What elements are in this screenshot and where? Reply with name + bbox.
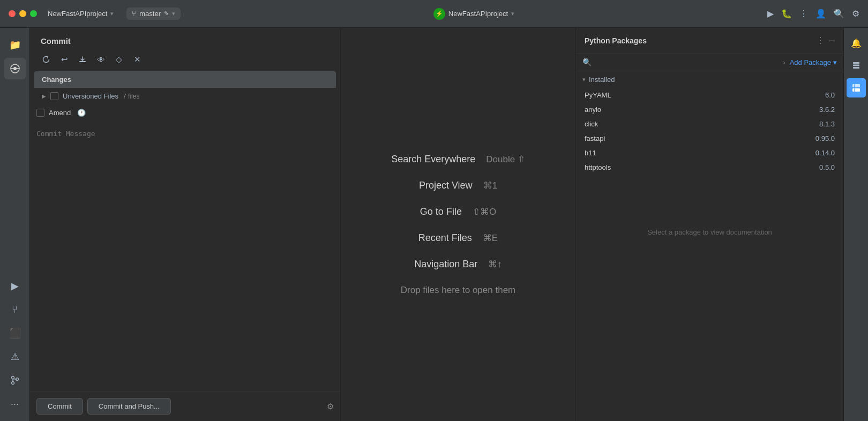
project-dropdown-icon[interactable]: ▾ [110,10,114,17]
sidebar-item-problems[interactable]: ⚠ [4,346,26,367]
project-view-hint: Project View ⌘1 [419,180,497,191]
go-to-file-key: ⇧⌘O [473,206,496,217]
package-version: 0.95.0 [815,134,835,142]
svg-rect-11 [852,88,860,92]
navigation-bar-hint: Navigation Bar ⌘↑ [414,259,502,270]
right-panel-header: Python Packages ⋮ ─ [576,28,843,54]
package-row[interactable]: httptools 0.5.0 [576,160,843,175]
more-actions-icon[interactable]: ⋮ [799,9,808,19]
package-search-row: 🔍 › Add Package ▾ [576,54,843,71]
amend-row: Amend 🕐 [30,104,340,121]
svg-point-4 [11,377,14,379]
shelve-button[interactable] [75,52,90,67]
branch-icon: ⑂ [132,10,136,18]
expand-button[interactable]: ◇ [111,52,126,67]
commit-message-area[interactable] [34,127,336,257]
sidebar-item-folder[interactable]: 📁 [4,34,26,56]
center-dropdown-icon[interactable]: ▾ [511,10,514,17]
debug-icon[interactable]: 🐛 [781,9,792,19]
project-title[interactable]: NewFastAPIproject ▾ [48,10,114,18]
installed-section-header: ▾ Installed [576,71,843,88]
commit-panel: Commit ↩ 👁 ◇ ✕ Changes ▶ [30,28,341,421]
package-name: anyio [585,106,819,114]
panel-more-icon[interactable]: ⋮ [816,35,825,46]
footer-settings-icon[interactable]: ⚙ [327,402,334,411]
commit-footer: Commit Commit and Push... ⚙ [30,391,340,421]
package-row[interactable]: click 8.1.3 [576,117,843,131]
file-count: 7 files [123,93,139,100]
package-name: fastapi [585,134,815,142]
minimize-button[interactable] [19,10,26,17]
branch-dropdown-icon[interactable]: ▾ [172,10,175,17]
sidebar-item-commit[interactable] [4,58,26,79]
center-project-name: NewFastAPIproject [448,10,508,18]
svg-rect-9 [853,65,859,66]
installed-label: Installed [589,76,615,84]
commit-panel-title: Commit [30,28,340,50]
notifications-button[interactable]: 🔔 [847,33,866,52]
commit-and-push-button[interactable]: Commit and Push... [87,398,171,415]
play-icon[interactable]: ▶ [767,9,774,19]
drop-files-text: Drop files here to open them [401,285,516,296]
close-button[interactable] [9,10,16,17]
undo-button[interactable]: ↩ [57,52,72,67]
add-package-button[interactable]: Add Package ▾ [790,58,837,66]
amend-checkbox[interactable] [36,109,44,117]
add-package-label: Add Package [790,58,831,66]
close-button[interactable]: ✕ [130,52,145,67]
package-row[interactable]: h11 0.14.0 [576,146,843,160]
titlebar-actions: ▶ 🐛 ⋮ 👤 🔍 ⚙ [767,9,859,19]
traffic-lights [9,10,37,17]
settings-icon[interactable]: ⚙ [852,9,859,19]
packages-button[interactable] [847,78,866,97]
recent-files-label: Recent Files [418,232,472,244]
project-view-key: ⌘1 [483,180,497,191]
recent-files-key: ⌘E [483,232,498,244]
panel-minimize-icon[interactable]: ─ [829,36,835,46]
search-icon[interactable]: 🔍 [834,9,844,19]
package-name: PyYAML [585,91,825,99]
sidebar-item-terminal[interactable]: ⬛ [4,322,26,344]
package-search-icon: 🔍 [582,58,592,66]
sidebar-item-run[interactable]: ▶ [4,275,26,297]
package-name: click [585,120,819,128]
package-version: 8.1.3 [819,120,835,128]
package-list: PyYAML 6.0 anyio 3.6.2 click 8.1.3 fasta… [576,88,843,175]
user-icon[interactable]: 👤 [815,9,826,19]
python-packages-title: Python Packages [585,36,812,45]
package-row[interactable]: PyYAML 6.0 [576,88,843,102]
installed-chevron-icon[interactable]: ▾ [582,76,586,83]
package-search-input[interactable] [596,58,779,66]
maximize-button[interactable] [30,10,37,17]
sidebar-item-more[interactable]: ··· [4,393,26,415]
layers-button[interactable] [847,56,866,75]
expand-chevron-icon[interactable]: ▶ [42,93,46,99]
sidebar-item-branch[interactable] [4,370,26,391]
package-row[interactable]: fastapi 0.95.0 [576,131,843,146]
navigation-bar-label: Navigation Bar [414,259,477,270]
search-everywhere-key: Double ⇧ [486,154,525,165]
commit-message-input[interactable] [34,127,336,192]
unversioned-label: Unversioned Files [63,92,118,100]
search-everywhere-label: Search Everywhere [391,154,475,165]
sidebar-item-git[interactable]: ⑂ [4,299,26,320]
python-packages-panel: Python Packages ⋮ ─ 🔍 › Add Package ▾ ▾ … [575,28,843,421]
unversioned-row[interactable]: ▶ Unversioned Files 7 files [34,88,336,104]
commit-button[interactable]: Commit [36,398,83,415]
unversioned-checkbox[interactable] [50,92,58,100]
right-panel-actions: ⋮ ─ [816,35,835,46]
branch-selector[interactable]: ⑂ master ✎ ▾ [126,7,181,20]
package-version: 3.6.2 [819,106,835,114]
svg-point-5 [11,382,14,385]
refresh-button[interactable] [39,52,54,67]
go-to-file-label: Go to File [420,206,462,217]
add-package-dropdown-icon[interactable]: ▾ [833,58,837,66]
doc-placeholder: Select a package to view documentation [576,217,843,247]
package-row[interactable]: anyio 3.6.2 [576,102,843,117]
navigation-bar-key: ⌘↑ [488,259,502,270]
far-right-strip: 🔔 [843,28,868,421]
preview-button[interactable]: 👁 [93,52,108,67]
svg-rect-8 [853,62,859,64]
branch-sync-icon: ✎ [164,10,169,17]
sidebar: 📁 ▶ ⑂ ⬛ ⚠ ··· [0,28,30,421]
